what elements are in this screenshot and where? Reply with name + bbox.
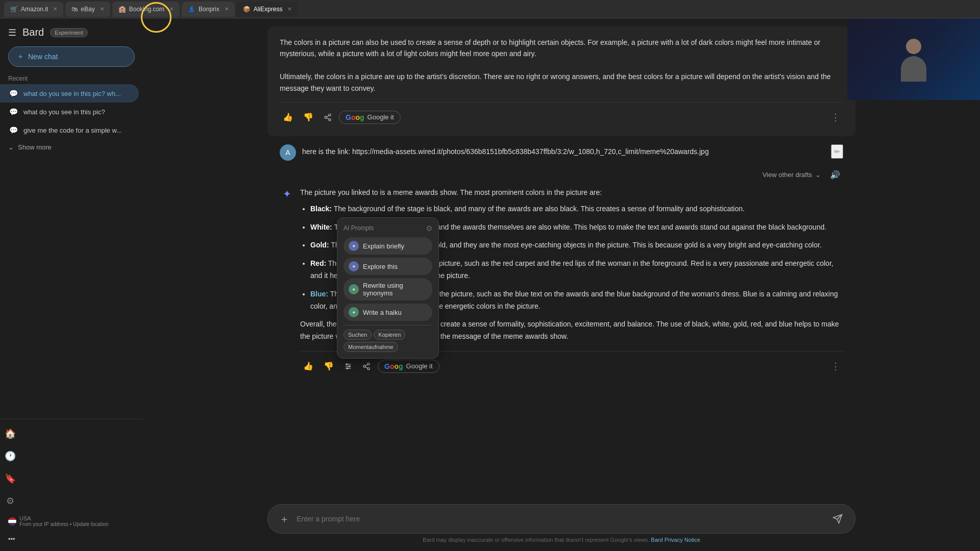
aliexpress-favicon: 📦 [243, 6, 251, 13]
google-it-button-1[interactable]: Goog Google it [339, 111, 401, 124]
sidebar-item-chat1[interactable]: 💬 what do you see in this pic? wh... [0, 84, 139, 103]
sidebar-item-chat3[interactable]: 💬 give me the code for a simple w... [0, 121, 139, 139]
user-message-row: A here is the link: https://media-assets… [267, 144, 855, 161]
webcam-overlay [847, 18, 980, 100]
explain-briefly-label: Explain briefly [363, 242, 404, 250]
tab-amazon[interactable]: 🛒 Amazon.it ✕ [4, 2, 63, 17]
recent-section-label: Recent [0, 71, 143, 84]
home-icon[interactable]: 🏠 [0, 423, 20, 444]
rewrite-synonyms-label: Rewrite using synonyms [363, 282, 427, 297]
ai-prompts-close-button[interactable]: ⊙ [426, 224, 432, 232]
thumbs-down-button-2[interactable]: 👎 [321, 358, 337, 374]
thumbs-down-button-1[interactable]: 👎 [300, 109, 316, 125]
menu-icon[interactable]: ☰ [8, 27, 16, 38]
view-drafts-label: View other drafts [763, 171, 812, 179]
new-chat-label: New chat [28, 53, 58, 61]
prompt-input[interactable] [297, 515, 824, 523]
sidebar: ☰ Bard Experiment ＋ New chat Recent 💬 wh… [0, 18, 143, 551]
disclaimer-link[interactable]: Bard Privacy Notice [651, 537, 700, 543]
chat-main: The colors in a picture can also be used… [143, 18, 980, 551]
person-body [901, 56, 926, 82]
location-info: USA From your IP address • Update locati… [0, 511, 143, 531]
explain-briefly-button[interactable]: ✦ Explain briefly [344, 237, 432, 255]
write-haiku-button[interactable]: ✦ Write a haiku [344, 304, 432, 321]
svg-point-11 [368, 363, 370, 365]
history-icon[interactable]: 🕐 [0, 446, 20, 466]
bonprix-tab-close[interactable]: ✕ [225, 6, 229, 12]
first-response-text: The colors in a picture can also be used… [280, 37, 843, 94]
prompt-divider [344, 325, 432, 325]
chevron-down-icon: ⌄ [8, 143, 14, 151]
bonprix-tab-label: Bonprix [199, 6, 219, 13]
rewrite-synonyms-icon: ✦ [349, 284, 359, 294]
write-haiku-label: Write a haiku [363, 309, 402, 316]
aliexpress-tab-close[interactable]: ✕ [287, 6, 291, 12]
more-options-button-1[interactable]: ⋮ [828, 109, 843, 126]
momentaufnahme-tag-button[interactable]: Momentaufnahme [344, 342, 398, 352]
speaker-button[interactable]: 🔊 [827, 167, 843, 183]
new-chat-button[interactable]: ＋ New chat [8, 46, 135, 67]
disclaimer-text: Bard may display inaccurate or offensive… [267, 534, 855, 549]
person-silhouette [898, 39, 929, 80]
first-response-actions: 👍 👎 Goog Google it [280, 102, 843, 126]
sidebar-bottom-dots[interactable]: ••• [0, 531, 139, 547]
view-other-drafts-button[interactable]: View other drafts ⌄ [763, 171, 821, 179]
bookmarks-icon[interactable]: 🔖 [0, 468, 20, 489]
explore-this-icon: ✦ [349, 261, 359, 271]
ai-prompts-popup: AI Prompts ⊙ ✦ Explain briefly ✦ Explore… [337, 217, 439, 359]
google-it-label-2: Google it [406, 362, 433, 370]
edit-message-button[interactable]: ✏ [831, 144, 843, 159]
kopieren-tag-button[interactable]: Kopieren [374, 330, 405, 340]
tab-bonprix[interactable]: 👗 Bonprix ✕ [182, 2, 235, 17]
share-button-2[interactable] [359, 359, 374, 373]
booking-favicon: 🏨 [118, 6, 126, 13]
add-attachment-button[interactable]: ＋ [276, 511, 292, 527]
first-response-para1: The colors in a picture can also be used… [280, 37, 843, 60]
bard-response-header: View other drafts ⌄ 🔊 [280, 167, 843, 183]
ebay-tab-label: eBay [81, 6, 94, 13]
show-more-label: Show more [18, 143, 52, 151]
sidebar-item-chat1-label: what do you see in this pic? wh... [23, 90, 121, 97]
person-head [906, 39, 921, 54]
amazon-tab-label: Amazon.it [21, 6, 48, 13]
share-button-1[interactable] [321, 110, 335, 124]
send-button[interactable] [828, 510, 847, 528]
google-g-icon-2: Goog [384, 362, 403, 370]
thumbs-up-button-1[interactable]: 👍 [280, 109, 296, 125]
ai-prompts-title: AI Prompts [344, 224, 374, 232]
svg-point-9 [349, 366, 350, 367]
ebay-tab-close[interactable]: ✕ [100, 6, 104, 12]
svg-point-0 [329, 114, 331, 116]
bard-star-icon: ✦ [280, 187, 294, 201]
google-it-button-2[interactable]: Goog Google it [378, 360, 439, 373]
svg-point-8 [346, 364, 348, 365]
aliexpress-tab-label: AliExpress [254, 6, 283, 13]
user-avatar: A [280, 144, 296, 161]
svg-point-13 [368, 368, 370, 370]
show-more-button[interactable]: ⌄ Show more [0, 139, 143, 155]
sidebar-item-chat2[interactable]: 💬 what do you see in this pic? [0, 103, 139, 121]
rewrite-synonyms-button[interactable]: ✦ Rewrite using synonyms [344, 278, 432, 300]
thumbs-up-button-2[interactable]: 👍 [300, 358, 316, 374]
suchen-tag-button[interactable]: Suchen [344, 330, 372, 340]
tab-booking[interactable]: 🏨 Booking.com ✕ [112, 2, 180, 17]
dots-icon: ••• [8, 535, 15, 543]
explore-this-button[interactable]: ✦ Explore this [344, 258, 432, 275]
tab-aliexpress[interactable]: 📦 AliExpress ✕ [237, 2, 298, 17]
plus-icon: ＋ [17, 52, 24, 61]
amazon-favicon: 🛒 [10, 6, 18, 13]
tab-ebay[interactable]: 🛍 eBay ✕ [65, 2, 110, 17]
equalizer-button[interactable] [341, 359, 355, 373]
chat-icon-2: 💬 [8, 107, 18, 117]
input-area-wrapper: ＋ Bard may display inaccurate or offensi… [255, 504, 868, 551]
chat-icon-3: 💬 [8, 125, 18, 135]
location-label: USA [19, 515, 109, 521]
explore-this-label: Explore this [363, 263, 398, 270]
amazon-tab-close[interactable]: ✕ [53, 6, 57, 12]
more-options-button-2[interactable]: ⋮ [828, 358, 843, 375]
second-response-intro: The picture you linked to is a meme awar… [300, 187, 843, 199]
settings-icon[interactable]: ⚙ [0, 491, 20, 511]
booking-tab-label: Booking.com [129, 6, 164, 13]
booking-tab-close[interactable]: ✕ [169, 6, 174, 12]
explain-briefly-icon: ✦ [349, 241, 359, 251]
